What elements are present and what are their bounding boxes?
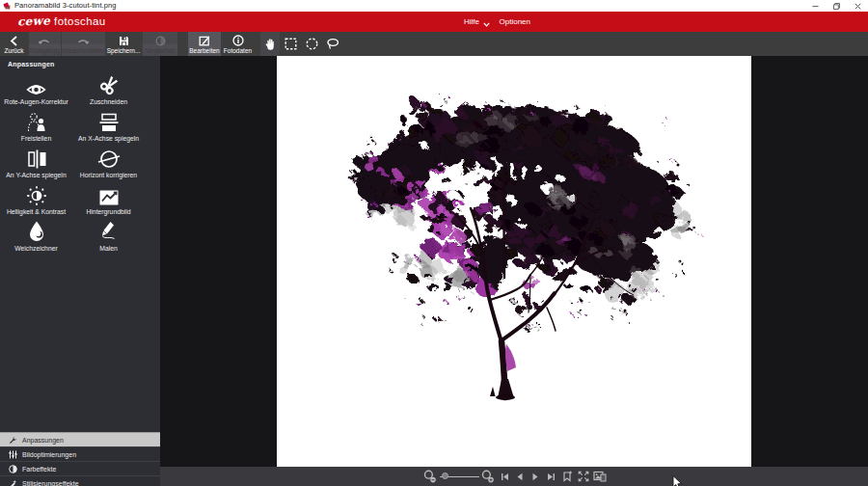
ellipse-select-tool[interactable] (303, 32, 322, 56)
app-icon (3, 2, 11, 10)
brand-script: cewe (17, 14, 51, 28)
restore-button[interactable] (826, 0, 847, 12)
previous-image-icon (516, 472, 524, 481)
lasso-select-tool[interactable] (323, 32, 342, 56)
hand-icon (264, 32, 276, 56)
brightness-icon (26, 185, 47, 206)
tool-cutout[interactable]: Freistellen (0, 112, 72, 142)
sliders-icon (8, 450, 17, 459)
save-button[interactable]: Speichern... (105, 32, 142, 56)
tool-brightness[interactable]: Helligkeit & Kontrast (0, 185, 72, 215)
background-image-icon (98, 185, 120, 206)
blur-drop-icon (27, 222, 46, 243)
section-adjustments[interactable]: Anpassungen (0, 432, 160, 446)
previous-image-button[interactable] (514, 467, 526, 486)
tool-background[interactable]: Hintergrundbild (72, 185, 145, 215)
zoom-toolbar (160, 467, 868, 486)
brand-logo: cewe fotoschau (17, 14, 106, 30)
last-image-button[interactable] (545, 467, 556, 486)
edit-mode-button[interactable]: Bearbeiten (188, 32, 221, 56)
undo-icon (38, 35, 51, 47)
section-stylize-effects[interactable]: Stilisierungseffekte (0, 475, 160, 486)
redo-icon (76, 35, 90, 47)
tool-flip-y[interactable]: An Y-Achse spiegeln (0, 148, 72, 178)
next-image-icon (531, 472, 539, 481)
compare-view-icon (593, 471, 607, 482)
mouse-cursor (672, 475, 683, 486)
photo-canvas[interactable] (277, 56, 751, 467)
tool-crop[interactable]: Zuschneiden (72, 75, 145, 105)
edit-icon (199, 35, 210, 47)
app-window: Panoramabild 3-cutout-tint.png cewe foto… (0, 0, 868, 486)
first-image-icon (501, 472, 509, 481)
ellipse-select-icon (306, 32, 318, 56)
sidebar-adjustments-panel: Anpassungen Rote-Augen-Korrektur Zuschne… (0, 56, 160, 486)
zoom-in-button[interactable] (480, 467, 496, 486)
save-icon (119, 35, 129, 47)
window-title: Panoramabild 3-cutout-tint.png (14, 1, 117, 11)
flip-x-icon (98, 112, 120, 133)
redo-button[interactable]: Wiederherstellen (62, 32, 105, 56)
editor-viewport (160, 56, 868, 467)
lasso-select-icon (326, 32, 339, 56)
toolbar: Zurück Rückgängig Wiederherstellen Speic… (0, 32, 868, 56)
back-icon (10, 35, 18, 47)
compare-icon (155, 35, 166, 47)
close-icon (854, 3, 861, 10)
fullscreen-icon (578, 471, 589, 482)
fullscreen-button[interactable] (577, 467, 589, 486)
tree-photo (277, 56, 751, 467)
flip-y-icon (26, 148, 47, 170)
fit-view-icon (562, 471, 573, 482)
zoom-out-button[interactable] (422, 467, 438, 486)
last-image-icon (547, 472, 556, 481)
horizon-icon (97, 148, 121, 170)
first-image-button[interactable] (499, 467, 510, 486)
tool-red-eye[interactable]: Rote-Augen-Korrektur (0, 75, 72, 105)
tool-blur[interactable]: Weichzeichner (0, 222, 72, 252)
zoom-slider-handle[interactable] (442, 472, 448, 479)
zoom-out-icon (423, 470, 437, 483)
cutout-icon (26, 112, 47, 133)
section-color-effects[interactable]: Farbeffekte (0, 461, 160, 475)
fit-view-button[interactable] (561, 467, 574, 486)
minimize-icon (812, 3, 819, 10)
next-image-button[interactable] (529, 467, 541, 486)
menu-help[interactable]: Hilfe (464, 17, 479, 26)
titlebar: Panoramabild 3-cutout-tint.png (0, 0, 868, 12)
color-effects-icon (8, 465, 17, 473)
rect-select-icon (285, 32, 297, 56)
brand-header: cewe fotoschau Hilfe Optionen (0, 12, 868, 32)
compare-button[interactable]: Vergleichen (143, 32, 177, 56)
hand-tool[interactable] (260, 32, 280, 56)
restore-icon (833, 3, 840, 10)
wrench-icon (8, 436, 17, 445)
rect-select-tool[interactable] (282, 32, 301, 56)
close-button[interactable] (847, 0, 868, 12)
brand-name: fotoschau (54, 15, 105, 27)
info-icon (232, 35, 244, 47)
chevron-down-icon[interactable] (483, 22, 490, 27)
zoom-in-icon (481, 470, 495, 483)
tool-paint[interactable]: Malen (72, 222, 145, 252)
compare-view-button[interactable] (592, 467, 607, 486)
crop-scissors-icon (98, 75, 120, 96)
sidebar-sections: Anpassungen Bildoptimierungen Farbeffekt… (0, 432, 160, 486)
stylize-effects-icon (8, 479, 17, 486)
tool-flip-x[interactable]: An X-Achse spiegeln (72, 112, 145, 142)
section-image-optimizations[interactable]: Bildoptimierungen (0, 446, 160, 461)
back-button[interactable]: Zurück (1, 32, 27, 56)
menu-options[interactable]: Optionen (500, 17, 530, 26)
sidebar-header: Anpassungen (8, 61, 54, 68)
undo-button[interactable]: Rückgängig (29, 32, 61, 56)
tool-horizon[interactable]: Horizont korrigieren (72, 148, 145, 178)
red-eye-icon (26, 75, 46, 96)
photo-data-button[interactable]: Fotodaten (222, 32, 255, 56)
minimize-button[interactable] (804, 0, 826, 12)
paint-pen-icon (98, 222, 120, 243)
